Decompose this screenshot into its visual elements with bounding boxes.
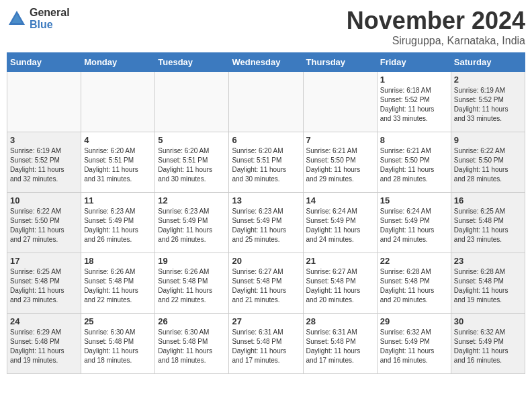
day-number: 2 bbox=[454, 75, 522, 85]
day-info: Sunrise: 6:28 AM Sunset: 5:48 PM Dayligh… bbox=[380, 267, 448, 305]
day-info: Sunrise: 6:21 AM Sunset: 5:50 PM Dayligh… bbox=[306, 146, 374, 184]
day-number: 11 bbox=[84, 195, 152, 205]
calendar-cell: 23Sunrise: 6:28 AM Sunset: 5:48 PM Dayli… bbox=[451, 253, 525, 314]
day-number: 13 bbox=[232, 195, 300, 205]
weekday-header-monday: Monday bbox=[81, 53, 155, 72]
calendar-cell bbox=[155, 72, 229, 132]
day-number: 15 bbox=[380, 195, 448, 205]
day-info: Sunrise: 6:28 AM Sunset: 5:48 PM Dayligh… bbox=[454, 267, 522, 305]
calendar-cell: 4Sunrise: 6:20 AM Sunset: 5:51 PM Daylig… bbox=[81, 132, 155, 193]
calendar: SundayMondayTuesdayWednesdayThursdayFrid… bbox=[7, 52, 525, 374]
calendar-cell: 28Sunrise: 6:31 AM Sunset: 5:48 PM Dayli… bbox=[303, 314, 377, 374]
week-row-5: 24Sunrise: 6:29 AM Sunset: 5:48 PM Dayli… bbox=[7, 314, 525, 374]
logo: General Blue bbox=[7, 7, 70, 30]
day-info: Sunrise: 6:20 AM Sunset: 5:51 PM Dayligh… bbox=[84, 146, 152, 184]
day-number: 23 bbox=[454, 256, 522, 266]
calendar-cell: 17Sunrise: 6:25 AM Sunset: 5:48 PM Dayli… bbox=[7, 253, 81, 314]
day-number: 29 bbox=[380, 316, 448, 326]
calendar-header: SundayMondayTuesdayWednesdayThursdayFrid… bbox=[7, 53, 525, 72]
calendar-cell: 2Sunrise: 6:19 AM Sunset: 5:52 PM Daylig… bbox=[451, 72, 525, 132]
day-number: 27 bbox=[232, 316, 300, 326]
logo-general: General bbox=[30, 7, 70, 19]
calendar-cell: 15Sunrise: 6:24 AM Sunset: 5:49 PM Dayli… bbox=[377, 193, 451, 253]
weekday-header-wednesday: Wednesday bbox=[229, 53, 303, 72]
calendar-cell: 30Sunrise: 6:32 AM Sunset: 5:49 PM Dayli… bbox=[451, 314, 525, 374]
day-info: Sunrise: 6:19 AM Sunset: 5:52 PM Dayligh… bbox=[10, 146, 78, 184]
calendar-cell: 27Sunrise: 6:31 AM Sunset: 5:48 PM Dayli… bbox=[229, 314, 303, 374]
day-info: Sunrise: 6:23 AM Sunset: 5:49 PM Dayligh… bbox=[158, 207, 226, 244]
weekday-header-thursday: Thursday bbox=[303, 53, 377, 72]
calendar-cell: 3Sunrise: 6:19 AM Sunset: 5:52 PM Daylig… bbox=[7, 132, 81, 193]
day-number: 24 bbox=[10, 316, 78, 326]
calendar-cell: 21Sunrise: 6:27 AM Sunset: 5:48 PM Dayli… bbox=[303, 253, 377, 314]
calendar-cell: 7Sunrise: 6:21 AM Sunset: 5:50 PM Daylig… bbox=[303, 132, 377, 193]
calendar-cell: 12Sunrise: 6:23 AM Sunset: 5:49 PM Dayli… bbox=[155, 193, 229, 253]
day-info: Sunrise: 6:29 AM Sunset: 5:48 PM Dayligh… bbox=[10, 328, 78, 365]
calendar-cell: 22Sunrise: 6:28 AM Sunset: 5:48 PM Dayli… bbox=[377, 253, 451, 314]
day-info: Sunrise: 6:18 AM Sunset: 5:52 PM Dayligh… bbox=[380, 86, 448, 124]
calendar-cell: 18Sunrise: 6:26 AM Sunset: 5:48 PM Dayli… bbox=[81, 253, 155, 314]
weekday-header-tuesday: Tuesday bbox=[155, 53, 229, 72]
location-subtitle: Siruguppa, Karnataka, India bbox=[347, 35, 525, 47]
day-info: Sunrise: 6:20 AM Sunset: 5:51 PM Dayligh… bbox=[158, 146, 226, 184]
logo-icon bbox=[7, 9, 27, 29]
calendar-cell bbox=[303, 72, 377, 132]
day-info: Sunrise: 6:26 AM Sunset: 5:48 PM Dayligh… bbox=[158, 267, 226, 305]
week-row-2: 3Sunrise: 6:19 AM Sunset: 5:52 PM Daylig… bbox=[7, 132, 525, 193]
calendar-cell: 16Sunrise: 6:25 AM Sunset: 5:48 PM Dayli… bbox=[451, 193, 525, 253]
header: General Blue November 2024 Siruguppa, Ka… bbox=[7, 7, 525, 47]
day-number: 7 bbox=[306, 135, 374, 145]
day-number: 6 bbox=[232, 135, 300, 145]
day-number: 4 bbox=[84, 135, 152, 145]
day-number: 1 bbox=[380, 75, 448, 85]
calendar-cell: 8Sunrise: 6:21 AM Sunset: 5:50 PM Daylig… bbox=[377, 132, 451, 193]
calendar-cell bbox=[229, 72, 303, 132]
day-number: 16 bbox=[454, 195, 522, 205]
day-info: Sunrise: 6:26 AM Sunset: 5:48 PM Dayligh… bbox=[84, 267, 152, 305]
day-number: 19 bbox=[158, 256, 226, 266]
day-info: Sunrise: 6:30 AM Sunset: 5:48 PM Dayligh… bbox=[158, 328, 226, 365]
day-info: Sunrise: 6:22 AM Sunset: 5:50 PM Dayligh… bbox=[454, 146, 522, 184]
weekday-header-sunday: Sunday bbox=[7, 53, 81, 72]
day-number: 5 bbox=[158, 135, 226, 145]
day-number: 12 bbox=[158, 195, 226, 205]
day-number: 26 bbox=[158, 316, 226, 326]
calendar-cell: 25Sunrise: 6:30 AM Sunset: 5:48 PM Dayli… bbox=[81, 314, 155, 374]
calendar-cell bbox=[81, 72, 155, 132]
day-info: Sunrise: 6:32 AM Sunset: 5:49 PM Dayligh… bbox=[380, 328, 448, 365]
day-number: 8 bbox=[380, 135, 448, 145]
day-info: Sunrise: 6:22 AM Sunset: 5:50 PM Dayligh… bbox=[10, 207, 78, 244]
day-info: Sunrise: 6:23 AM Sunset: 5:49 PM Dayligh… bbox=[84, 207, 152, 244]
title-area: November 2024 Siruguppa, Karnataka, Indi… bbox=[347, 7, 525, 47]
weekday-header-saturday: Saturday bbox=[451, 53, 525, 72]
day-info: Sunrise: 6:32 AM Sunset: 5:49 PM Dayligh… bbox=[454, 328, 522, 365]
week-row-3: 10Sunrise: 6:22 AM Sunset: 5:50 PM Dayli… bbox=[7, 193, 525, 253]
day-number: 10 bbox=[10, 195, 78, 205]
calendar-cell bbox=[7, 72, 81, 132]
week-row-1: 1Sunrise: 6:18 AM Sunset: 5:52 PM Daylig… bbox=[7, 72, 525, 132]
calendar-cell: 6Sunrise: 6:20 AM Sunset: 5:51 PM Daylig… bbox=[229, 132, 303, 193]
week-row-4: 17Sunrise: 6:25 AM Sunset: 5:48 PM Dayli… bbox=[7, 253, 525, 314]
day-number: 18 bbox=[84, 256, 152, 266]
calendar-cell: 19Sunrise: 6:26 AM Sunset: 5:48 PM Dayli… bbox=[155, 253, 229, 314]
calendar-cell: 14Sunrise: 6:24 AM Sunset: 5:49 PM Dayli… bbox=[303, 193, 377, 253]
day-number: 3 bbox=[10, 135, 78, 145]
month-title: November 2024 bbox=[347, 7, 525, 35]
calendar-cell: 11Sunrise: 6:23 AM Sunset: 5:49 PM Dayli… bbox=[81, 193, 155, 253]
calendar-body: 1Sunrise: 6:18 AM Sunset: 5:52 PM Daylig… bbox=[7, 72, 525, 374]
day-info: Sunrise: 6:19 AM Sunset: 5:52 PM Dayligh… bbox=[454, 86, 522, 124]
day-number: 20 bbox=[232, 256, 300, 266]
day-info: Sunrise: 6:23 AM Sunset: 5:49 PM Dayligh… bbox=[232, 207, 300, 244]
day-info: Sunrise: 6:21 AM Sunset: 5:50 PM Dayligh… bbox=[380, 146, 448, 184]
calendar-cell: 9Sunrise: 6:22 AM Sunset: 5:50 PM Daylig… bbox=[451, 132, 525, 193]
calendar-cell: 26Sunrise: 6:30 AM Sunset: 5:48 PM Dayli… bbox=[155, 314, 229, 374]
calendar-cell: 20Sunrise: 6:27 AM Sunset: 5:48 PM Dayli… bbox=[229, 253, 303, 314]
day-info: Sunrise: 6:24 AM Sunset: 5:49 PM Dayligh… bbox=[380, 207, 448, 244]
day-number: 9 bbox=[454, 135, 522, 145]
day-info: Sunrise: 6:25 AM Sunset: 5:48 PM Dayligh… bbox=[454, 207, 522, 244]
day-number: 17 bbox=[10, 256, 78, 266]
logo-text: General Blue bbox=[30, 7, 70, 30]
day-info: Sunrise: 6:25 AM Sunset: 5:48 PM Dayligh… bbox=[10, 267, 78, 305]
day-info: Sunrise: 6:24 AM Sunset: 5:49 PM Dayligh… bbox=[306, 207, 374, 244]
day-number: 22 bbox=[380, 256, 448, 266]
